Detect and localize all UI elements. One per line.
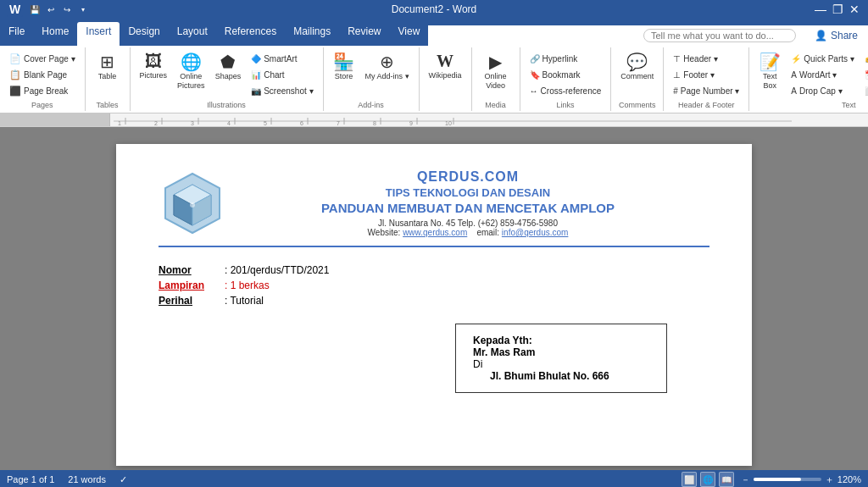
date-time-button[interactable]: 📅 Date & Time [860, 67, 868, 82]
ruler-marks: 1 2 3 4 5 6 7 8 9 10 [114, 114, 792, 126]
smartart-button[interactable]: 🔷 SmartArt [247, 51, 317, 66]
wordart-button[interactable]: A WordArt ▾ [787, 67, 858, 82]
object-button[interactable]: ⬜ Object ▾ [860, 83, 868, 98]
tell-me-input[interactable] [643, 29, 796, 42]
word-count: 21 words [68, 474, 106, 484]
svg-text:5: 5 [264, 120, 267, 126]
tab-insert[interactable]: Insert [77, 22, 120, 46]
zoom-controls: － ＋ 120% [741, 473, 861, 486]
object-icon: ⬜ [865, 86, 868, 96]
page-break-icon: ⬛ [9, 86, 21, 97]
tab-review[interactable]: Review [339, 22, 389, 46]
cover-page-icon: 📄 [9, 53, 21, 64]
group-illustrations: 🖼 Pictures 🌐 OnlinePictures ⬟ Shapes 🔷 S… [131, 47, 324, 111]
tab-file[interactable]: File [0, 22, 33, 46]
perihal-value: : Tutorial [225, 295, 264, 307]
table-button[interactable]: ⊞ Table [91, 49, 125, 98]
quick-parts-button[interactable]: ⚡ Quick Parts ▾ [787, 51, 858, 66]
page-break-button[interactable]: ⬛ Page Break [5, 83, 80, 98]
email-link[interactable]: info@qerdus.com [502, 228, 569, 237]
site-name: QERDUS.COM [226, 169, 709, 185]
status-bar-left: Page 1 of 1 21 words ✓ [7, 474, 127, 485]
chart-button[interactable]: 📊 Chart [247, 67, 317, 82]
lampiran-value: : 1 berkas [225, 279, 270, 291]
title-bar-left: W 💾 ↩ ↪ ▾ [7, 2, 90, 17]
store-button[interactable]: 🏪 Store [329, 49, 359, 98]
save-icon[interactable]: 💾 [28, 3, 42, 16]
store-icon: 🏪 [333, 52, 354, 72]
word-app-icon: W [7, 2, 23, 17]
hyperlink-button[interactable]: 🔗 Hyperlink [526, 51, 606, 66]
tab-design[interactable]: Design [120, 22, 168, 46]
drop-cap-button[interactable]: A Drop Cap ▾ [787, 83, 858, 98]
minimize-button[interactable]: — [814, 3, 827, 16]
tab-layout[interactable]: Layout [169, 22, 216, 46]
my-addins-button[interactable]: ⊕ My Add-ins ▾ [361, 49, 414, 98]
close-button[interactable]: ✕ [848, 3, 861, 16]
check-icon: ✓ [120, 474, 127, 485]
svg-text:3: 3 [191, 120, 194, 126]
wordart-icon: A [791, 70, 797, 80]
blank-page-button[interactable]: 📋 Blank Page [5, 67, 80, 82]
bookmark-button[interactable]: 🔖 Bookmark [526, 67, 606, 82]
tab-home[interactable]: Home [33, 22, 77, 46]
maximize-button[interactable]: ❐ [831, 3, 844, 16]
comments-group-label: Comments [619, 99, 656, 109]
document-area: QERDUS.COM TIPS TEKNOLOGI DAN DESAIN PAN… [0, 127, 868, 470]
zoom-out-icon[interactable]: － [741, 473, 750, 486]
svg-point-26 [190, 202, 195, 208]
pictures-button[interactable]: 🖼 Pictures [136, 49, 172, 98]
svg-text:1: 1 [118, 120, 121, 126]
cross-reference-button[interactable]: ↔ Cross-reference [526, 83, 606, 98]
screenshot-button[interactable]: 📷 Screenshot ▾ [247, 83, 317, 98]
shapes-button[interactable]: ⬟ Shapes [211, 49, 246, 98]
svg-text:7: 7 [337, 120, 340, 126]
textbox-button[interactable]: 📝 TextBox [754, 49, 785, 98]
ribbon: File Home Insert Design Layout Reference… [0, 19, 868, 46]
comment-button[interactable]: 💬 Comment [616, 49, 658, 98]
web-layout-icon[interactable]: 🌐 [700, 472, 715, 487]
table-icon: ⊞ [100, 52, 114, 72]
doc-title: PANDUAN MEMBUAT DAN MENCETAK AMPLOP [226, 201, 709, 215]
zoom-slider[interactable] [754, 478, 821, 481]
svg-text:4: 4 [227, 120, 231, 126]
header-button[interactable]: ⊤ Header ▾ [669, 51, 743, 66]
tab-mailings[interactable]: Mailings [285, 22, 339, 46]
date-time-icon: 📅 [865, 70, 868, 80]
illustrations-group-label: Illustrations [207, 99, 246, 109]
undo-icon[interactable]: ↩ [44, 3, 58, 16]
comment-icon: 💬 [626, 52, 648, 72]
zoom-in-icon[interactable]: ＋ [825, 473, 834, 486]
textbox-icon: 📝 [760, 52, 781, 72]
share-button[interactable]: 👤 Share [804, 25, 868, 46]
footer-button[interactable]: ⊥ Footer ▾ [669, 67, 743, 82]
recipient-box: Kepada Yth: Mr. Mas Ram Di Jl. Bhumi Bhu… [455, 324, 667, 393]
screenshot-icon: 📷 [251, 86, 261, 96]
print-layout-icon[interactable]: ⬜ [682, 472, 697, 487]
page-number-button[interactable]: # Page Number ▾ [669, 83, 743, 98]
group-comments: 💬 Comment Comments [611, 47, 664, 111]
online-video-button[interactable]: ▶ OnlineVideo [477, 49, 515, 98]
redo-icon[interactable]: ↪ [60, 3, 74, 16]
recipient-address: Jl. Bhumi Bhulat No. 666 [473, 370, 649, 382]
cover-page-button[interactable]: 📄 Cover Page ▾ [5, 51, 80, 66]
tab-view[interactable]: View [390, 22, 429, 46]
wikipedia-button[interactable]: W Wikipedia [425, 49, 466, 98]
customize-icon[interactable]: ▾ [76, 3, 90, 16]
nomor-value: : 201/qerdus/TTD/2021 [225, 264, 329, 276]
pictures-icon: 🖼 [145, 52, 162, 71]
tab-references[interactable]: References [216, 22, 285, 46]
page-number-icon: # [673, 86, 678, 96]
tagline: TIPS TEKNOLOGI DAN DESAIN [226, 186, 709, 199]
recipient-to: Kepada Yth: [473, 335, 649, 346]
title-bar: W 💾 ↩ ↪ ▾ Document2 - Word — ❐ ✕ [0, 0, 868, 19]
group-media: ▶ OnlineVideo Media [472, 47, 520, 111]
online-pictures-button[interactable]: 🌐 OnlinePictures [173, 49, 209, 98]
header-icon: ⊤ [673, 54, 681, 64]
lampiran-label: Lampiran [159, 279, 218, 291]
nomor-label: Nomor [159, 264, 218, 276]
signature-line-button[interactable]: ✍ Signature Line ▾ [860, 51, 868, 66]
company-logo [159, 169, 226, 237]
website-link[interactable]: www.qerdus.com [403, 228, 467, 237]
read-mode-icon[interactable]: 📖 [719, 472, 734, 487]
